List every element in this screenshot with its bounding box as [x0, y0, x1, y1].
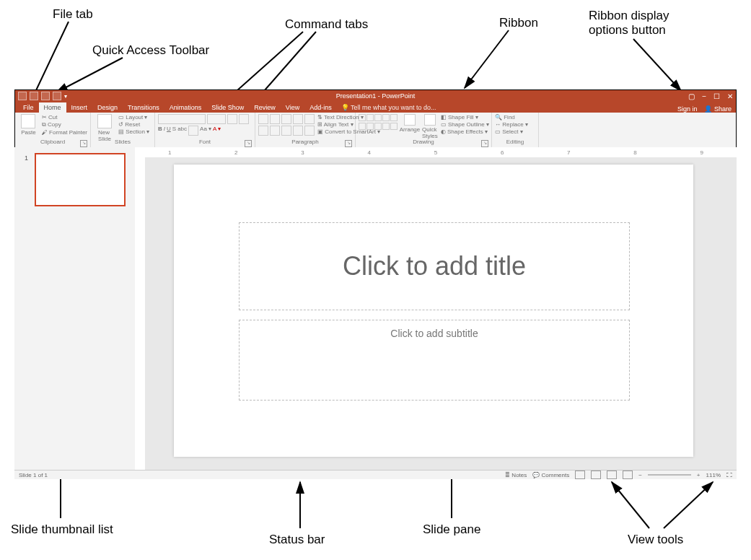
reset-button[interactable]: ↺ Reset: [118, 121, 149, 128]
ribbon-display-options-icon[interactable]: ▢: [688, 92, 695, 100]
decrease-indent-icon[interactable]: [281, 114, 291, 124]
title-placeholder[interactable]: Click to add title: [239, 222, 630, 310]
group-slides: New Slide ▭ Layout ▾ ↺ Reset ▤ Section ▾…: [91, 113, 155, 147]
font-size-combo[interactable]: [207, 114, 226, 124]
minimize-icon[interactable]: −: [702, 92, 706, 100]
align-center-icon[interactable]: [270, 126, 280, 136]
svg-line-1: [56, 58, 123, 92]
shape-outline-button[interactable]: ▭ Shape Outline ▾: [441, 121, 489, 128]
fit-to-window-button[interactable]: ⛶: [726, 472, 732, 478]
notes-button[interactable]: ≣ Notes: [505, 472, 527, 478]
subtitle-placeholder[interactable]: Click to add subtitle: [239, 320, 630, 401]
annotation-view-tools: View tools: [628, 533, 683, 547]
redo-icon[interactable]: [41, 92, 50, 100]
paste-icon: [21, 114, 35, 128]
format-painter-button[interactable]: 🖌 Format Painter: [42, 129, 87, 136]
comments-button[interactable]: 💬 Comments: [532, 472, 569, 478]
font-family-combo[interactable]: [158, 114, 206, 124]
paragraph-dialog-launcher[interactable]: ↘: [345, 140, 352, 147]
group-clipboard: Paste ✂ Cut ⧉ Copy 🖌 Format Painter Clip…: [15, 113, 91, 147]
grow-font-icon[interactable]: [227, 114, 237, 124]
slide-canvas[interactable]: Click to add title Click to add subtitle: [174, 165, 693, 457]
reading-view-button[interactable]: [607, 471, 617, 479]
italic-button[interactable]: I: [164, 126, 165, 136]
title-bar: ▾ Presentation1 - PowerPoint ▢ − ☐ ✕: [14, 89, 737, 102]
tab-view[interactable]: View: [281, 102, 304, 113]
select-button[interactable]: ▭ Select ▾: [495, 128, 528, 135]
share-button[interactable]: 👤 Share: [704, 105, 732, 113]
zoom-in-button[interactable]: +: [697, 472, 701, 478]
normal-view-button[interactable]: [575, 471, 585, 479]
save-icon[interactable]: [18, 92, 27, 100]
arrange-button[interactable]: Arrange: [400, 114, 419, 133]
annotation-statusbar: Status bar: [269, 533, 325, 547]
tab-add-ins[interactable]: Add-ins: [304, 102, 337, 113]
shadow-button[interactable]: S: [172, 126, 176, 136]
annotation-thumb-list: Slide thumbnail list: [11, 522, 113, 537]
layout-button[interactable]: ▭ Layout ▾: [118, 114, 149, 121]
shape-fill-button[interactable]: ◧ Shape Fill ▾: [441, 114, 489, 121]
undo-icon[interactable]: [30, 92, 38, 100]
zoom-slider[interactable]: [648, 474, 691, 476]
strikethrough-button[interactable]: abc: [177, 126, 187, 136]
copy-button[interactable]: ⧉ Copy: [42, 121, 87, 128]
tab-review[interactable]: Review: [249, 102, 281, 113]
justify-icon[interactable]: [293, 126, 303, 136]
quick-access-toolbar: ▾: [18, 92, 67, 100]
sign-in-link[interactable]: Sign in: [677, 105, 698, 113]
tab-file[interactable]: File: [18, 102, 39, 113]
cut-button[interactable]: ✂ Cut: [42, 114, 87, 121]
shrink-font-icon[interactable]: [239, 114, 249, 124]
slideshow-view-button[interactable]: [623, 471, 633, 479]
change-case-button[interactable]: Aa ▾: [200, 126, 211, 136]
underline-button[interactable]: U: [167, 126, 171, 136]
tab-slide-show[interactable]: Slide Show: [206, 102, 249, 113]
numbering-icon[interactable]: [270, 114, 280, 124]
line-spacing-icon[interactable]: [304, 114, 315, 124]
group-paragraph: ⇅ Text Direction ▾ ⊞ Align Text ▾ ▣ Conv…: [255, 113, 356, 147]
bullets-icon[interactable]: [258, 114, 268, 124]
shape-effects-button[interactable]: ◐ Shape Effects ▾: [441, 128, 489, 135]
close-icon[interactable]: ✕: [727, 92, 733, 100]
tab-insert[interactable]: Insert: [66, 102, 93, 113]
qat-customize-icon[interactable]: ▾: [64, 93, 67, 100]
tab-design[interactable]: Design: [92, 102, 123, 113]
slide-sorter-view-button[interactable]: [591, 471, 601, 479]
drawing-dialog-launcher[interactable]: ↘: [481, 140, 488, 147]
svg-line-4: [465, 30, 509, 88]
svg-line-5: [633, 39, 681, 91]
annotation-slide-pane: Slide pane: [423, 522, 480, 537]
status-bar: Slide 1 of 1 ≣ Notes 💬 Comments − + 111%…: [14, 470, 737, 479]
slide-number-label: 1: [25, 154, 28, 162]
increase-indent-icon[interactable]: [293, 114, 303, 124]
ribbon: Paste ✂ Cut ⧉ Copy 🖌 Format Painter Clip…: [14, 113, 737, 148]
align-right-icon[interactable]: [281, 126, 291, 136]
tab-home[interactable]: Home: [39, 102, 66, 113]
char-spacing-icon[interactable]: [188, 126, 198, 136]
quick-styles-button[interactable]: Quick Styles: [422, 114, 438, 139]
vertical-ruler: [135, 157, 146, 471]
zoom-level-label[interactable]: 111%: [706, 472, 721, 478]
tab-animations[interactable]: Animations: [164, 102, 207, 113]
maximize-icon[interactable]: ☐: [713, 92, 720, 100]
tab-transitions[interactable]: Transitions: [123, 102, 164, 113]
shapes-gallery[interactable]: [359, 114, 398, 130]
font-color-button[interactable]: A ▾: [213, 126, 221, 136]
zoom-out-button[interactable]: −: [638, 472, 642, 478]
find-button[interactable]: 🔍 Find: [495, 114, 528, 121]
replace-button[interactable]: ↔ Replace ▾: [495, 121, 528, 128]
font-dialog-launcher[interactable]: ↘: [245, 140, 252, 147]
bold-button[interactable]: B: [158, 126, 162, 136]
tell-me-search[interactable]: 💡 Tell me what you want to do...: [337, 102, 441, 113]
new-slide-icon: [97, 114, 112, 128]
columns-icon[interactable]: [304, 126, 315, 136]
clipboard-dialog-launcher[interactable]: ↘: [80, 140, 87, 147]
start-from-beginning-icon[interactable]: [53, 92, 61, 100]
annotation-file-tab: File tab: [53, 7, 93, 22]
align-left-icon[interactable]: [258, 126, 268, 136]
ribbon-tab-strip: File Home Insert Design Transitions Anim…: [14, 101, 737, 113]
group-editing: 🔍 Find ↔ Replace ▾ ▭ Select ▾ Editing: [492, 113, 539, 147]
paste-button[interactable]: Paste: [18, 114, 39, 136]
slide-thumbnail-1[interactable]: 1: [35, 153, 126, 206]
section-button[interactable]: ▤ Section ▾: [118, 128, 149, 135]
